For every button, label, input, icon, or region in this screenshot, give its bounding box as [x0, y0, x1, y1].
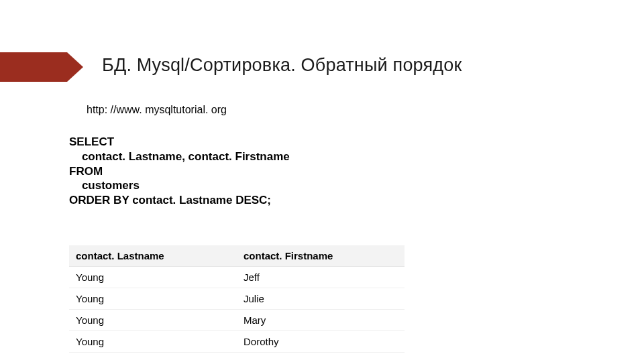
- table-cell: Dorothy: [237, 331, 405, 353]
- table-row: Young Jeff: [69, 267, 405, 288]
- slide-title: БД. Mysql/Сортировка. Обратный порядок: [102, 55, 462, 76]
- table-header-cell: contact. Lastname: [69, 245, 237, 267]
- table-cell: Young: [69, 267, 237, 288]
- table-row: Young Mary: [69, 310, 405, 331]
- table-header-row: contact. Lastname contact. Firstname: [69, 245, 405, 267]
- table-cell: Young: [69, 331, 237, 353]
- table-cell: Jeff: [237, 267, 405, 288]
- table-row: Young Dorothy: [69, 331, 405, 353]
- slide-accent-arrow: [0, 52, 87, 82]
- sql-code-block: SELECT contact. Lastname, contact. First…: [69, 135, 290, 208]
- table-cell: Young: [69, 288, 237, 310]
- accent-triangle-icon: [67, 52, 83, 82]
- accent-bar: [0, 52, 67, 82]
- table-cell: Julie: [237, 288, 405, 310]
- source-url: http: //www. mysqltutorial. org: [87, 104, 227, 116]
- table-cell: Mary: [237, 310, 405, 331]
- table-header-cell: contact. Firstname: [237, 245, 405, 267]
- table-cell: Young: [69, 310, 237, 331]
- results-table: contact. Lastname contact. Firstname You…: [69, 245, 405, 353]
- table-row: Young Julie: [69, 288, 405, 310]
